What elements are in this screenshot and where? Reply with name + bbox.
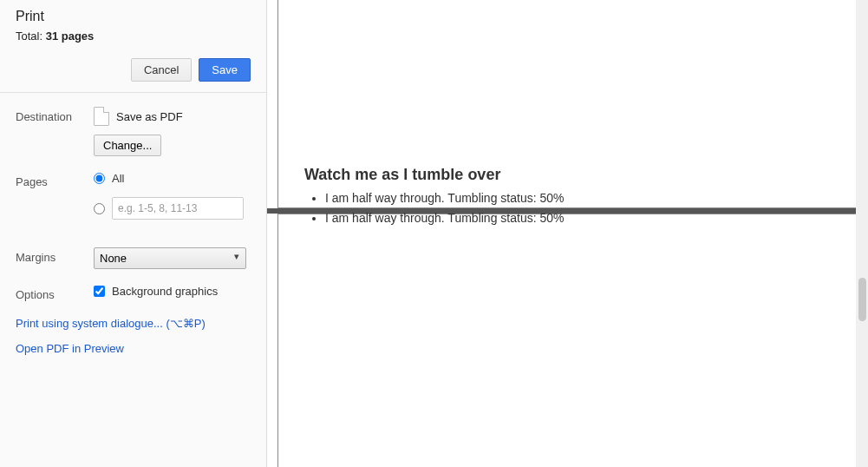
margins-row: Margins None bbox=[16, 247, 251, 269]
destination-label: Destination bbox=[16, 107, 94, 123]
settings-panel: Destination Save as PDF Change... Pages … bbox=[0, 93, 266, 381]
margins-select[interactable]: None bbox=[94, 247, 246, 269]
preview-page-upper: Watch me as I tumble over I am half way … bbox=[277, 0, 858, 208]
pages-range-input[interactable] bbox=[112, 197, 244, 220]
pages-all-label: All bbox=[112, 172, 124, 185]
preview-heading: Watch me as I tumble over bbox=[304, 166, 831, 184]
pages-all-radio[interactable] bbox=[94, 173, 105, 184]
preview-page-lower: I am half way through. Tumbling status: … bbox=[277, 214, 858, 467]
save-button[interactable]: Save bbox=[199, 58, 251, 82]
pages-label: Pages bbox=[16, 172, 94, 188]
total-pages: Total: 31 pages bbox=[16, 30, 251, 43]
open-preview-link[interactable]: Open PDF in Preview bbox=[16, 342, 251, 355]
cancel-button[interactable]: Cancel bbox=[131, 58, 192, 82]
change-destination-button[interactable]: Change... bbox=[94, 135, 161, 156]
options-label: Options bbox=[16, 285, 94, 301]
pages-row: Pages All bbox=[16, 172, 251, 232]
background-graphics-checkbox[interactable] bbox=[94, 286, 105, 297]
print-preview: Watch me as I tumble over I am half way … bbox=[267, 0, 868, 467]
destination-value: Save as PDF bbox=[116, 110, 183, 123]
preview-list-item: I am half way through. Tumbling status: … bbox=[325, 191, 831, 206]
system-dialogue-link[interactable]: Print using system dialogue... (⌥⌘P) bbox=[16, 317, 251, 330]
destination-row: Destination Save as PDF Change... bbox=[16, 107, 251, 156]
action-buttons: Cancel Save bbox=[16, 58, 251, 82]
preview-list-item: I am half way through. Tumbling status: … bbox=[325, 211, 831, 226]
scrollbar-thumb[interactable] bbox=[858, 278, 866, 321]
sidebar-header: Print Total: 31 pages Cancel Save bbox=[0, 0, 266, 93]
options-row: Options Background graphics bbox=[16, 285, 251, 301]
pages-range-radio[interactable] bbox=[94, 203, 105, 214]
pdf-file-icon bbox=[94, 107, 109, 126]
dialog-title: Print bbox=[16, 9, 251, 24]
print-sidebar: Print Total: 31 pages Cancel Save Destin… bbox=[0, 0, 267, 467]
preview-scrollbar[interactable] bbox=[856, 0, 868, 467]
margins-label: Margins bbox=[16, 247, 94, 264]
background-graphics-label: Background graphics bbox=[112, 285, 218, 298]
